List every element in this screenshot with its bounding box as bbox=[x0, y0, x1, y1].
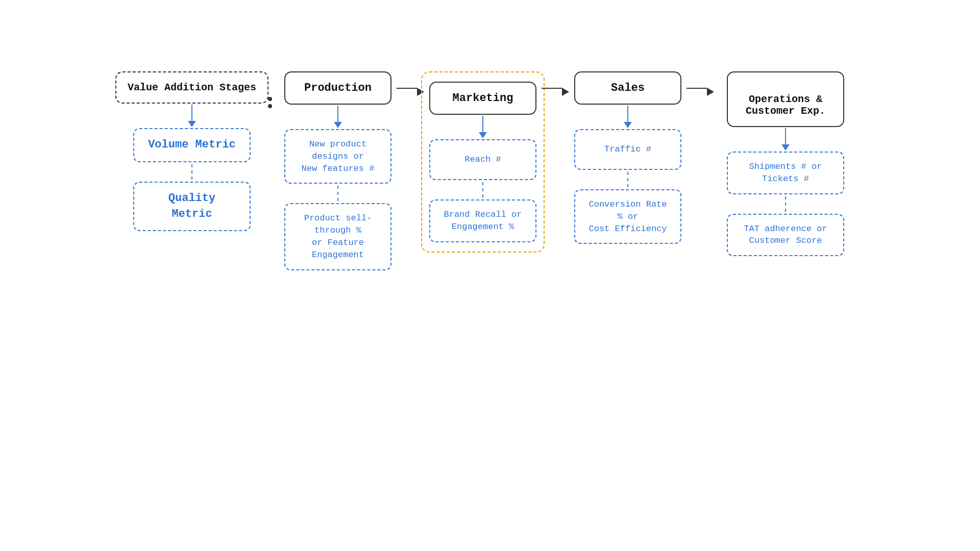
production-box: Production bbox=[284, 71, 391, 105]
arrow-mkt-to-sales bbox=[542, 71, 569, 96]
production-down-arrow bbox=[334, 106, 342, 128]
production-volume-box: New product designs or New features # bbox=[284, 129, 391, 184]
sales-volume-box: Traffic # bbox=[574, 129, 681, 170]
arrow-sales-to-ops bbox=[687, 71, 714, 96]
bullet-dots bbox=[268, 97, 272, 108]
production-column: Production New product designs or New fe… bbox=[279, 71, 397, 270]
sales-quality-box: Conversion Rate % or Cost Efficiency bbox=[574, 189, 681, 244]
legend-down-arrow bbox=[188, 105, 196, 127]
arrow-prod-to-mkt bbox=[397, 71, 424, 96]
marketing-down-arrow bbox=[479, 116, 487, 138]
marketing-volume-box: Reach # bbox=[429, 139, 536, 180]
marketing-column: Marketing Reach # Brand Recall or Engage… bbox=[424, 71, 542, 253]
operations-column: Operations & Customer Exp. Shipments # o… bbox=[714, 71, 857, 256]
bullet-dots-area bbox=[268, 71, 272, 108]
legend-column: Value Addition Stages Volume Metric Qual… bbox=[123, 71, 261, 231]
sales-box: Sales bbox=[574, 71, 681, 105]
sales-down-arrow bbox=[624, 106, 632, 128]
production-quality-box: Product sell-through % or Feature Engage… bbox=[284, 203, 391, 270]
value-addition-stages-box: Value Addition Stages bbox=[115, 71, 268, 104]
diagram: Value Addition Stages Volume Metric Qual… bbox=[0, 0, 980, 270]
sales-column: Sales Traffic # Conversion Rate % or Cos… bbox=[569, 71, 687, 244]
operations-box: Operations & Customer Exp. bbox=[727, 71, 844, 127]
marketing-quality-box: Brand Recall or Engagement % bbox=[429, 199, 536, 242]
volume-metric-box: Volume Metric bbox=[133, 128, 251, 162]
quality-metric-box: Quality Metric bbox=[133, 182, 251, 232]
marketing-highlight: Marketing Reach # Brand Recall or Engage… bbox=[421, 71, 545, 253]
marketing-box: Marketing bbox=[429, 82, 536, 115]
bullet-dot-2 bbox=[268, 104, 272, 108]
operations-down-arrow bbox=[781, 128, 790, 151]
bullet-dot-1 bbox=[268, 97, 272, 101]
operations-quality-box: TAT adherence or Customer Score bbox=[727, 214, 844, 257]
operations-volume-box: Shipments # or Tickets # bbox=[727, 152, 844, 194]
